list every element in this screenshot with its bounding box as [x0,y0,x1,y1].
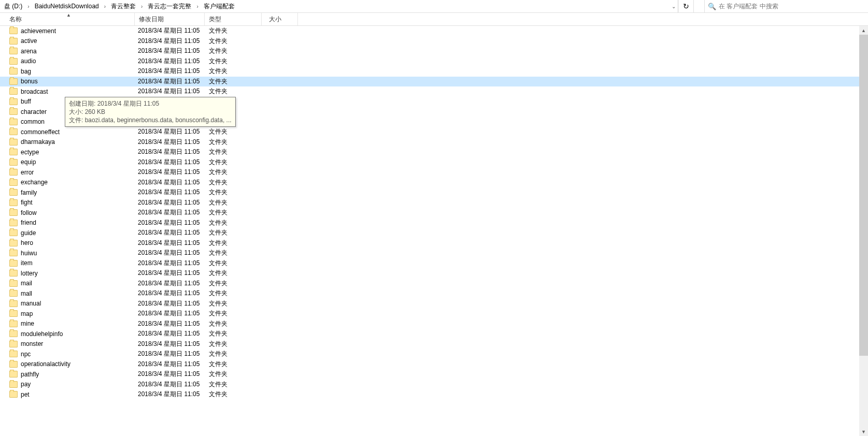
folder-row[interactable]: huiwu2018/3/4 星期日 11:05文件夹 [0,248,868,258]
folder-date: 2018/3/4 星期日 11:05 [138,228,208,237]
column-header-size[interactable]: 大小 [262,13,298,25]
chevron-right-icon[interactable]: › [25,4,31,9]
folder-type: 文件夹 [208,329,265,338]
folder-type: 文件夹 [208,319,265,328]
folder-name: pathfly [21,371,138,378]
folder-row[interactable]: achievement2018/3/4 星期日 11:05文件夹 [0,26,868,36]
folder-name: bag [21,68,138,75]
folder-name: hero [21,239,138,246]
search-input[interactable] [719,3,852,10]
folder-date: 2018/3/4 星期日 11:05 [138,47,208,55]
folder-type: 文件夹 [208,249,265,257]
search-icon: 🔍 [708,3,716,10]
folder-date: 2018/3/4 星期日 11:05 [138,219,208,227]
breadcrumb-item[interactable]: 客户端配套 [201,0,238,12]
folder-row[interactable]: exchange2018/3/4 星期日 11:05文件夹 [0,178,868,188]
folder-row[interactable]: lottery2018/3/4 星期日 11:05文件夹 [0,268,868,279]
search-box[interactable]: 🔍 [704,0,856,12]
folder-type: 文件夹 [208,208,265,217]
folder-row[interactable]: mine2018/3/4 星期日 11:05文件夹 [0,319,868,329]
folder-icon [9,169,18,176]
folder-icon [9,68,18,75]
folder-date: 2018/3/4 星期日 11:05 [138,77,208,86]
folder-row[interactable]: pathfly2018/3/4 星期日 11:05文件夹 [0,369,868,380]
folder-name: mine [21,320,138,327]
folder-row[interactable]: equip2018/3/4 星期日 11:05文件夹 [0,157,868,168]
folder-name: fight [21,199,138,206]
chevron-right-icon[interactable]: › [102,4,108,9]
folder-icon [9,290,18,297]
breadcrumb[interactable]: 盘 (D:) › BaiduNetdiskDownload › 青云整套 › 青… [0,0,678,12]
folder-row[interactable]: guide2018/3/4 星期日 11:05文件夹 [0,228,868,238]
folder-row[interactable]: family2018/3/4 星期日 11:05文件夹 [0,187,868,198]
folder-date: 2018/3/4 星期日 11:05 [138,127,208,136]
folder-type: 文件夹 [208,360,265,369]
folder-name: equip [21,158,138,166]
folder-name: audio [21,57,138,65]
column-header-type[interactable]: 类型 [205,13,262,25]
folder-date: 2018/3/4 星期日 11:05 [138,57,208,66]
folder-row[interactable]: broadcast2018/3/4 星期日 11:05文件夹 [0,86,868,97]
folder-name: ectype [21,149,138,156]
folder-date: 2018/3/4 星期日 11:05 [138,390,208,399]
folder-row[interactable]: npc2018/3/4 星期日 11:05文件夹 [0,349,868,359]
folder-row[interactable]: map2018/3/4 星期日 11:05文件夹 [0,309,868,319]
folder-row[interactable]: arena2018/3/4 星期日 11:05文件夹 [0,46,868,56]
refresh-button[interactable]: ↻ [678,0,694,12]
folder-date: 2018/3/4 星期日 11:05 [138,299,208,308]
folder-row[interactable]: bag2018/3/4 星期日 11:05文件夹 [0,66,868,77]
folder-icon [9,250,18,256]
folder-date: 2018/3/4 星期日 11:05 [138,37,208,46]
folder-row[interactable]: manual2018/3/4 星期日 11:05文件夹 [0,299,868,309]
folder-row[interactable]: pay2018/3/4 星期日 11:05文件夹 [0,380,868,390]
chevron-right-icon[interactable]: › [139,4,145,9]
breadcrumb-item[interactable]: BaiduNetdiskDownload [32,0,102,12]
folder-row[interactable]: commoneffect2018/3/4 星期日 11:05文件夹 [0,127,868,137]
folder-type: 文件夹 [208,289,265,298]
folder-row[interactable]: hero2018/3/4 星期日 11:05文件夹 [0,238,868,249]
file-list[interactable]: achievement2018/3/4 星期日 11:05文件夹active20… [0,26,868,436]
folder-row[interactable]: fight2018/3/4 星期日 11:05文件夹 [0,198,868,208]
chevron-right-icon[interactable]: › [194,4,200,9]
folder-tooltip: 创建日期: 2018/3/4 星期日 11:05 大小: 260 KB 文件: … [65,97,236,127]
folder-row[interactable]: pet2018/3/4 星期日 11:05文件夹 [0,389,868,400]
folder-icon [9,351,18,357]
folder-row[interactable]: operationalactivity2018/3/4 星期日 11:05文件夹 [0,359,868,370]
breadcrumb-root[interactable]: 盘 (D:) [1,0,25,12]
folder-name: achievement [21,27,138,35]
folder-row[interactable]: bonus2018/3/4 星期日 11:05文件夹 [0,77,868,87]
folder-row[interactable]: friend2018/3/4 星期日 11:05文件夹 [0,218,868,228]
folder-row[interactable]: error2018/3/4 星期日 11:05文件夹 [0,167,868,178]
folder-row[interactable]: follow2018/3/4 星期日 11:05文件夹 [0,208,868,218]
scroll-up-button[interactable]: ▲ [859,26,868,35]
folder-date: 2018/3/4 星期日 11:05 [138,138,208,147]
folder-row[interactable]: monster2018/3/4 星期日 11:05文件夹 [0,339,868,350]
folder-icon [9,78,18,85]
folder-icon [9,48,18,54]
column-header-date[interactable]: 修改日期 [135,13,205,25]
folder-name: guide [21,229,138,237]
folder-row[interactable]: modulehelpinfo2018/3/4 星期日 11:05文件夹 [0,329,868,339]
folder-icon [9,199,18,206]
breadcrumb-item[interactable]: 青云志一套完整 [145,0,194,12]
address-bar: 盘 (D:) › BaiduNetdiskDownload › 青云整套 › 青… [0,0,868,13]
folder-type: 文件夹 [208,239,265,248]
scroll-down-button[interactable]: ▼ [859,427,868,436]
vertical-scrollbar[interactable]: ▲ ▼ [859,26,868,436]
folder-icon [9,128,18,135]
scroll-thumb[interactable] [859,35,868,356]
folder-row[interactable]: audio2018/3/4 星期日 11:05文件夹 [0,56,868,67]
folder-name: lottery [21,270,138,277]
folder-row[interactable]: dharmakaya2018/3/4 星期日 11:05文件夹 [0,137,868,148]
folder-row[interactable]: active2018/3/4 星期日 11:05文件夹 [0,36,868,47]
folder-row[interactable]: mall2018/3/4 星期日 11:05文件夹 [0,288,868,299]
folder-name: map [21,310,138,317]
breadcrumb-item[interactable]: 青云整套 [108,0,139,12]
folder-row[interactable]: ectype2018/3/4 星期日 11:05文件夹 [0,147,868,157]
folder-type: 文件夹 [208,390,265,399]
breadcrumb-history-dropdown[interactable]: ⌄ [668,0,678,12]
folder-name: pet [21,391,138,398]
folder-row[interactable]: mail2018/3/4 星期日 11:05文件夹 [0,279,868,289]
folder-row[interactable]: item2018/3/4 星期日 11:05文件夹 [0,258,868,269]
folder-date: 2018/3/4 星期日 11:05 [138,208,208,217]
